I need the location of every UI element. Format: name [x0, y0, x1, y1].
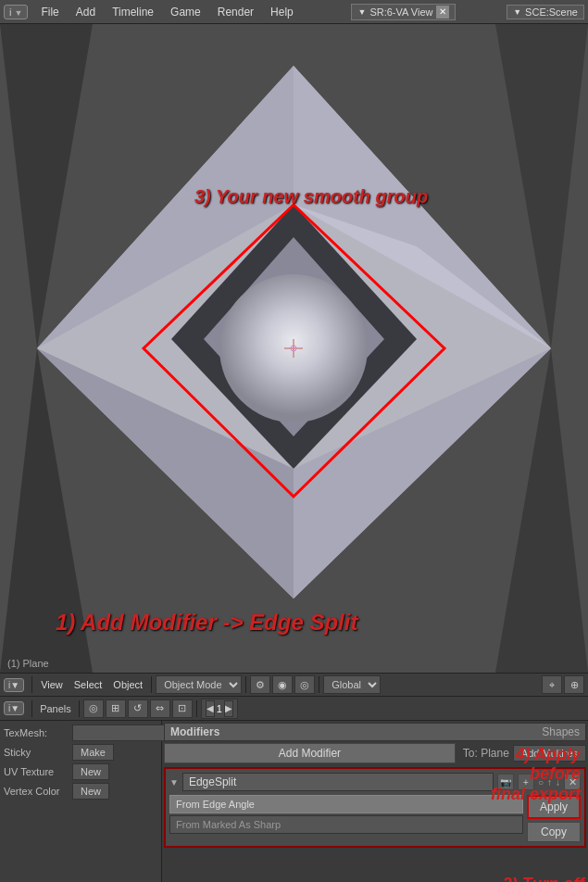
texmesh-label: TexMesh: — [4, 727, 69, 738]
sticky-label: Sticky — [4, 747, 69, 758]
uv-texture-row: UV Texture New — [4, 763, 157, 780]
top-menubar: i ▼ File Add Timeline Game Render Help ▼… — [0, 0, 588, 24]
sticky-make-btn[interactable]: Make — [72, 744, 114, 761]
uv-label: UV Texture — [4, 766, 69, 777]
viewport-overlay-btn[interactable]: ◎ — [294, 675, 315, 694]
props-left-panel: TexMesh: Sticky Make UV Texture New Vert… — [0, 721, 162, 882]
add-modifier-btn[interactable]: Add Modifier — [164, 743, 456, 763]
from-marked-sharp-row: From Marked As Sharp — [169, 815, 523, 834]
toolbar2-logo[interactable]: i▼ — [4, 701, 24, 715]
texmesh-row: TexMesh: — [4, 724, 157, 741]
from-marked-sharp-btn[interactable]: From Marked As Sharp — [169, 815, 523, 834]
sticky-row: Sticky Make — [4, 744, 157, 761]
scene-selector[interactable]: ▼ SCE:Scene — [507, 5, 584, 19]
view-close-btn[interactable]: ✕ — [436, 6, 449, 19]
vertex-color-row: Vertex Color New — [4, 783, 157, 800]
edgesplit-options: From Edge Angle From Marked As Sharp — [169, 795, 523, 842]
menu-file[interactable]: File — [33, 4, 66, 20]
menu-render[interactable]: Render — [210, 4, 261, 20]
from-edge-angle-btn[interactable]: From Edge Angle — [169, 795, 523, 813]
blender-logo[interactable]: i ▼ — [4, 5, 28, 19]
panel-btn1[interactable]: ◎ — [83, 699, 104, 718]
panel-btn5[interactable]: ⊡ — [172, 699, 193, 718]
toolbar-right: ⌖ ⊕ — [542, 675, 584, 694]
edgesplit-name: EdgeSplit — [182, 773, 494, 791]
global-selector[interactable]: Global Local — [323, 675, 381, 694]
toolbar-3dview: i▼ View Select Object Object Mode Edit M… — [0, 673, 588, 697]
render-layer-btn[interactable]: ⚙ — [250, 675, 270, 694]
toolbar-panels: i▼ Panels ◎ ⊞ ↺ ⇔ ⊡ ◀ 1 ▶ — [0, 697, 588, 721]
vertex-color-new-btn[interactable]: New — [72, 783, 109, 800]
panel-btn3[interactable]: ↺ — [128, 699, 148, 718]
copy-btn[interactable]: Copy — [527, 822, 581, 842]
from-edge-angle-row: From Edge Angle — [169, 795, 523, 813]
vertex-color-label: Vertex Color — [4, 786, 69, 797]
panel-btn2[interactable]: ⊞ — [106, 699, 126, 718]
viewport-shading-btn[interactable]: ◉ — [272, 675, 293, 694]
modifiers-tab[interactable]: Modifiers — [170, 725, 219, 738]
menu-help[interactable]: Help — [263, 4, 301, 20]
uv-new-btn[interactable]: New — [72, 763, 109, 780]
menu-select[interactable]: Select — [69, 678, 107, 691]
menu-view[interactable]: View — [36, 678, 68, 691]
proportional-btn[interactable]: ⊕ — [564, 675, 584, 694]
properties-section: TexMesh: Sticky Make UV Texture New Vert… — [0, 721, 588, 882]
panel-btn4[interactable]: ⇔ — [150, 699, 170, 718]
annotation-step2: 2) Turn off — [503, 875, 584, 882]
frame-next-btn[interactable]: ▶ — [224, 700, 233, 717]
frame-counter: ◀ 1 ▶ — [201, 699, 238, 719]
menu-add[interactable]: Add — [69, 4, 103, 20]
mode-selector[interactable]: Object Mode Edit Mode — [156, 675, 242, 694]
menu-object[interactable]: Object — [108, 678, 147, 691]
toolbar-logo[interactable]: i▼ — [4, 678, 24, 692]
menu-game[interactable]: Game — [163, 4, 208, 20]
viewport-3d[interactable]: 3) Your new smooth group 1) Add Modifier… — [0, 24, 588, 673]
menu-timeline[interactable]: Timeline — [105, 4, 161, 20]
annotation-step4: 4) Apply before final export — [483, 721, 588, 808]
snap-btn[interactable]: ⌖ — [542, 675, 562, 694]
view-selector[interactable]: ▼ SR:6-VA View ✕ — [351, 4, 456, 20]
edgesplit-arrow[interactable]: ▼ — [169, 777, 179, 788]
panels-label: Panels — [36, 703, 75, 714]
viewport-info: (1) Plane — [7, 658, 49, 669]
annotation-step1: 1) Add Modifier -> Edge Split — [56, 610, 357, 636]
frame-prev-btn[interactable]: ◀ — [206, 700, 215, 717]
annotation-step3: 3) Your new smooth group — [194, 186, 428, 208]
